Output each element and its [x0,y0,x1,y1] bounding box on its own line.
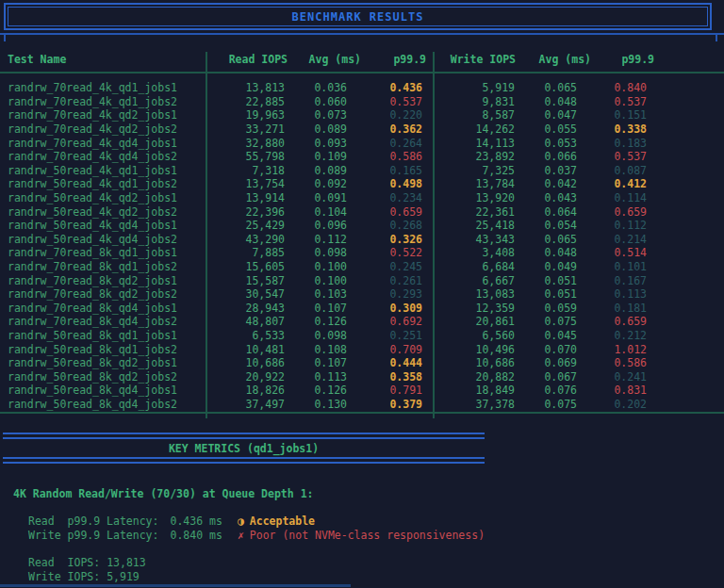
cell-write-iops: 23,892 [422,150,515,163]
key-metrics-top-rule [3,433,485,439]
cell-test-name: randrw_50read_4k_qd2_jobs2 [0,205,204,219]
cell-read-iops: 25,429 [204,219,285,232]
cell-write-avg: 0.047 [515,108,577,122]
cell-read-iops: 10,686 [204,356,285,369]
cell-write-avg: 0.066 [515,150,577,163]
cell-read-p999: 0.358 [347,370,422,384]
read-iops-label: Read IOPS: [28,556,100,569]
cell-read-iops: 18,826 [204,384,285,397]
cell-write-iops: 13,083 [422,287,515,301]
cell-read-p999: 0.436 [347,81,422,94]
read-latency-line: Read p99.9 Latency: 0.436 ms ◑ Acceptabl… [28,514,315,528]
table-row: randrw_70read_8k_qd2_jobs2 30,547 0.103 … [0,287,724,302]
banner-underline [0,33,724,35]
cell-write-p999: 0.840 [577,81,647,94]
cell-read-avg: 0.104 [285,205,347,219]
read-latency-value: 0.436 ms [170,514,222,528]
cell-write-avg: 0.043 [515,191,577,204]
cell-write-iops: 10,496 [422,343,515,356]
cell-write-iops: 13,784 [422,177,515,190]
cell-read-avg: 0.109 [285,150,347,163]
cell-write-iops: 5,919 [422,81,515,94]
cell-read-avg: 0.103 [285,287,347,301]
cell-write-avg: 0.045 [515,329,577,342]
table-row: randrw_50read_4k_qd4_jobs2 43,290 0.112 … [0,233,724,247]
cell-write-p999: 0.183 [577,137,647,150]
cell-write-p999: 0.514 [577,246,647,259]
table-row: randrw_70read_4k_qd2_jobs2 33,271 0.089 … [0,122,724,137]
cell-read-p999: 0.293 [347,287,422,301]
cell-write-p999: 0.412 [577,177,647,190]
cell-write-p999: 0.537 [577,95,647,108]
page-title: BENCHMARK RESULTS [292,10,424,24]
table-row: randrw_50read_4k_qd2_jobs1 13,914 0.091 … [0,191,724,205]
cell-write-avg: 0.076 [515,384,577,397]
cell-write-avg: 0.075 [515,315,577,328]
cell-write-iops: 25,418 [422,219,515,232]
cell-read-iops: 22,885 [204,95,285,108]
table-row: randrw_50read_8k_qd4_jobs1 18,826 0.126 … [0,384,724,398]
table-row: randrw_50read_8k_qd2_jobs2 20,922 0.113 … [0,369,724,384]
cell-read-avg: 0.126 [285,315,347,328]
cell-read-p999: 0.326 [347,233,422,246]
table-row: randrw_70read_4k_qd4_jobs2 55,798 0.109 … [0,150,724,164]
cell-read-avg: 0.107 [285,356,347,369]
cell-read-iops: 32,880 [204,137,285,150]
cell-read-iops: 13,754 [204,177,285,190]
cell-write-avg: 0.053 [515,137,577,150]
cell-write-avg: 0.065 [515,81,577,94]
cell-write-avg: 0.048 [515,95,577,108]
cell-read-avg: 0.100 [285,274,347,287]
cell-write-iops: 8,587 [422,108,515,122]
cell-test-name: randrw_50read_8k_qd4_jobs1 [0,384,204,397]
table-row: randrw_50read_4k_qd1_jobs2 13,754 0.092 … [0,177,724,191]
cell-write-p999: 0.101 [577,260,647,273]
cell-read-avg: 0.113 [285,370,347,384]
cell-test-name: randrw_70read_4k_qd4_jobs2 [0,150,204,163]
table-row: randrw_70read_4k_qd4_jobs1 32,880 0.093 … [0,136,724,150]
cell-test-name: randrw_50read_4k_qd4_jobs1 [0,219,204,232]
cell-read-iops: 28,943 [204,302,285,315]
table-row: randrw_70read_8k_qd4_jobs1 28,943 0.107 … [0,302,724,316]
col-header-write-avg: Avg (ms) [516,53,591,68]
cell-read-p999: 0.264 [347,137,422,150]
table-body: randrw_70read_4k_qd1_jobs1 13,813 0.036 … [0,81,724,411]
x-mark-icon: ✗ [238,529,244,542]
table-row: randrw_50read_8k_qd1_jobs2 10,481 0.108 … [0,342,724,356]
cell-write-p999: 0.202 [577,398,647,411]
read-iops-value: 13,813 [107,556,146,569]
table-row: randrw_70read_8k_qd2_jobs1 15,587 0.100 … [0,273,724,287]
cell-write-iops: 6,684 [422,260,515,273]
cell-test-name: randrw_70read_4k_qd1_jobs2 [0,95,204,108]
cell-test-name: randrw_70read_4k_qd2_jobs1 [0,108,204,122]
cell-read-p999: 0.245 [347,260,422,273]
cell-write-iops: 10,686 [422,356,515,369]
cell-write-p999: 0.212 [577,329,647,342]
key-metrics-bottom-rule [3,457,485,464]
cell-write-p999: 0.112 [577,219,647,232]
cell-read-avg: 0.130 [285,398,347,411]
cell-read-avg: 0.098 [285,329,347,342]
cell-test-name: randrw_50read_4k_qd2_jobs1 [0,191,204,204]
cell-read-p999: 0.362 [347,122,422,136]
cell-write-iops: 20,861 [422,315,515,328]
write-latency-status-badge: ✗ Poor (not NVMe-class responsiveness) [238,529,485,542]
cell-read-avg: 0.108 [285,343,347,356]
cell-test-name: randrw_50read_4k_qd1_jobs2 [0,177,204,190]
table-row: randrw_50read_8k_qd1_jobs1 6,533 0.098 0… [0,329,724,343]
key-metrics-title: KEY METRICS (qd1_jobs1) [3,439,485,457]
cell-read-p999: 0.165 [347,164,422,177]
cell-test-name: randrw_70read_8k_qd4_jobs2 [0,315,204,328]
cell-write-avg: 0.037 [515,164,577,177]
cell-read-p999: 0.709 [347,343,422,356]
cell-test-name: randrw_50read_4k_qd4_jobs2 [0,233,204,246]
cell-write-avg: 0.069 [515,356,577,369]
cell-write-iops: 9,831 [422,95,515,108]
cell-read-p999: 0.309 [347,302,422,315]
table-row: randrw_50read_8k_qd2_jobs1 10,686 0.107 … [0,356,724,370]
col-header-test-name: Test Name [0,53,204,68]
cell-read-iops: 43,290 [204,233,285,246]
cell-test-name: randrw_50read_8k_qd2_jobs1 [0,356,204,369]
cell-write-iops: 18,849 [422,384,515,397]
cell-write-avg: 0.064 [515,205,577,219]
